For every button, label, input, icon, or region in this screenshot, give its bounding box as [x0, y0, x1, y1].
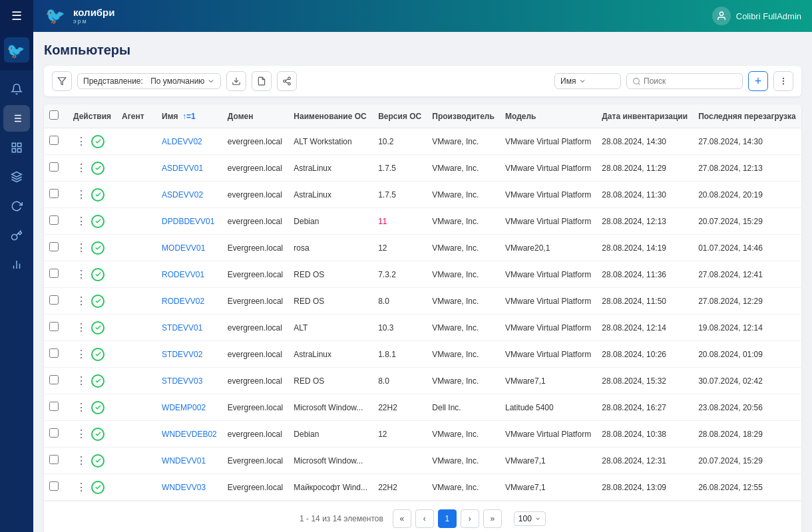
row-actions-button-11[interactable]: ⋮: [73, 426, 89, 442]
add-button[interactable]: +: [748, 71, 768, 91]
row-actions-button-0[interactable]: ⋮: [73, 134, 89, 149]
row-os-name-11: Debian: [288, 421, 373, 448]
agent-check-icon: [95, 244, 102, 251]
share-button[interactable]: [277, 71, 297, 91]
row-checkbox-6[interactable]: [49, 295, 59, 305]
row-agent-status-4: [91, 241, 104, 255]
row-checkbox-11[interactable]: [49, 428, 59, 438]
row-actions-button-6[interactable]: ⋮: [73, 293, 89, 309]
row-actions-button-12[interactable]: ⋮: [73, 453, 89, 468]
computer-name-link-2[interactable]: ASDEVV02: [162, 190, 203, 200]
row-actions-button-1[interactable]: ⋮: [73, 160, 89, 176]
computer-name-link-7[interactable]: STDEVV01: [162, 323, 202, 332]
row-model-2: VMware Virtual Platform: [500, 182, 596, 208]
row-os-version-4: 12: [373, 235, 427, 261]
row-checkbox-3[interactable]: [49, 215, 59, 225]
agent-check-icon: [95, 191, 102, 198]
row-actions-button-8[interactable]: ⋮: [73, 346, 89, 362]
row-os-version-12: [373, 448, 427, 474]
row-checkbox-7[interactable]: [49, 322, 59, 331]
page-size-select[interactable]: 100: [514, 511, 546, 526]
row-actions-button-4[interactable]: ⋮: [73, 240, 89, 255]
row-last-reboot-11: 28.08.2024, 18:29: [693, 421, 801, 448]
row-actions-button-13[interactable]: ⋮: [73, 479, 89, 495]
computer-name-link-4[interactable]: MODEVV01: [162, 243, 205, 253]
sidebar-item-bell[interactable]: [3, 76, 30, 102]
row-actions-button-2[interactable]: ⋮: [73, 187, 89, 202]
row-domain-10: Evergreen.local: [222, 394, 288, 421]
row-checkbox-5[interactable]: [49, 269, 59, 278]
computer-name-link-10[interactable]: WDEMP002: [162, 403, 206, 412]
pagination-next[interactable]: ›: [461, 509, 479, 528]
agent-check-icon: [95, 377, 102, 384]
pagination-page-1[interactable]: 1: [438, 509, 457, 528]
row-vendor-11: VMware, Inc.: [427, 421, 500, 448]
view-select[interactable]: Представление: По умолчанию: [77, 73, 221, 89]
select-all-checkbox[interactable]: [49, 110, 59, 120]
computer-name-link-1[interactable]: ASDEVV01: [162, 164, 203, 173]
computer-name-link-5[interactable]: RODEVV01: [162, 270, 204, 279]
filter-button[interactable]: [52, 71, 72, 91]
row-checkbox-9[interactable]: [49, 375, 59, 384]
computer-name-link-11[interactable]: WNDEVDEB02: [162, 430, 217, 439]
row-model-12: VMware7,1: [500, 448, 596, 474]
row-os-version-13: 22H2: [373, 474, 427, 501]
sidebar-hamburger[interactable]: ☰: [0, 0, 33, 32]
row-checkbox-4[interactable]: [49, 242, 59, 251]
row-checkbox-0[interactable]: [49, 136, 59, 145]
logo-icon: 🐦: [4, 37, 29, 63]
row-domain-1: evergreen.local: [222, 155, 288, 182]
row-checkbox-1[interactable]: [49, 162, 59, 172]
row-last-reboot-2: 20.08.2024, 20:19: [693, 182, 801, 208]
row-vendor-12: VMware, Inc.: [427, 448, 500, 474]
computer-name-link-0[interactable]: ALDEVV02: [162, 137, 202, 146]
computer-name-link-6[interactable]: RODEVV02: [162, 297, 204, 306]
row-actions-button-10[interactable]: ⋮: [73, 400, 89, 415]
sort-select[interactable]: Имя: [554, 73, 621, 89]
row-checkbox-10[interactable]: [49, 402, 59, 411]
row-inv-date-4: 28.08.2024, 14:19: [596, 235, 693, 261]
row-checkbox-2[interactable]: [49, 189, 59, 198]
col-last-reboot: Последняя перезагрузка: [693, 104, 801, 128]
agent-check-icon: [95, 404, 102, 411]
row-checkbox-12[interactable]: [49, 455, 59, 464]
computer-name-link-9[interactable]: STDEVV03: [162, 376, 202, 386]
row-actions-button-3[interactable]: ⋮: [73, 213, 89, 229]
sidebar-item-refresh[interactable]: [3, 193, 30, 219]
search-input[interactable]: [644, 76, 737, 86]
col-name[interactable]: Имя ↑=1: [156, 104, 222, 128]
row-os-name-10: Microsoft Window...: [288, 394, 373, 421]
computer-name-link-8[interactable]: STDEVV02: [162, 350, 202, 359]
export-csv-button[interactable]: [226, 71, 246, 91]
computer-name-link-12[interactable]: WNDEVV01: [162, 456, 206, 466]
row-actions-button-7[interactable]: ⋮: [73, 320, 89, 335]
row-checkbox-8[interactable]: [49, 348, 59, 358]
computer-name-link-13[interactable]: WNDEVV03: [162, 483, 206, 492]
pagination-prev[interactable]: ‹: [415, 509, 434, 528]
row-os-version-9: 8.0: [373, 368, 427, 394]
sidebar-item-chart[interactable]: [3, 251, 30, 278]
export-xls-button[interactable]: [252, 71, 272, 91]
sidebar-item-list[interactable]: [3, 105, 30, 132]
more-options-button[interactable]: [773, 71, 793, 91]
pagination-last[interactable]: »: [483, 509, 502, 528]
table-row: ⋮ STDEVV03 evergreen.local RED OS 8.0 VM…: [44, 368, 801, 394]
top-bar-logo: 🐦 колибри эрм: [44, 4, 115, 28]
row-actions-button-5[interactable]: ⋮: [73, 267, 89, 282]
sort-asc-icon: ↑=1: [182, 112, 196, 121]
sidebar-item-grid[interactable]: [3, 134, 30, 161]
sidebar-item-key[interactable]: [3, 222, 30, 249]
sidebar-item-layers[interactable]: [3, 164, 30, 190]
pagination-first[interactable]: «: [393, 509, 411, 528]
svg-point-17: [719, 12, 723, 15]
pagination-info: 1 - 14 из 14 элементов: [300, 514, 383, 523]
hamburger-icon[interactable]: ☰: [11, 9, 22, 23]
computer-name-link-3[interactable]: DPDBDEVV01: [162, 217, 214, 226]
row-vendor-4: VMware, Inc.: [427, 235, 500, 261]
row-actions-button-9[interactable]: ⋮: [73, 373, 89, 388]
user-avatar[interactable]: [712, 7, 731, 25]
row-checkbox-13[interactable]: [49, 481, 59, 491]
table-body: ⋮ ALDEVV02 evergreen.local ALT Workstati…: [44, 128, 801, 501]
row-inv-date-1: 28.08.2024, 11:29: [596, 155, 693, 182]
brand-name: колибри: [73, 7, 115, 19]
